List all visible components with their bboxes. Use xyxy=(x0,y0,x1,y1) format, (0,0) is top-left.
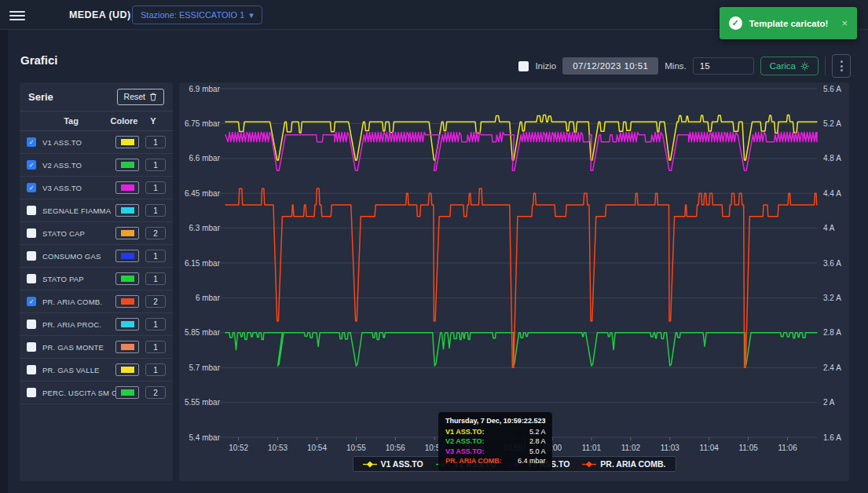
svg-text:1.6 A: 1.6 A xyxy=(823,433,841,442)
toast-message: Template caricato! xyxy=(749,19,829,28)
svg-text:6.9 mbar: 6.9 mbar xyxy=(189,85,221,93)
chart-controls: Inizio 07/12/2023 10:51 Mins. Carica xyxy=(518,54,851,78)
carica-button[interactable]: Carica xyxy=(760,57,819,75)
series-checkbox[interactable] xyxy=(27,320,36,329)
series-y-axis-value[interactable]: 2 xyxy=(145,227,166,239)
series-row: CONSUMO GAS1 xyxy=(20,245,173,268)
series-y-axis-value[interactable]: 1 xyxy=(145,250,166,262)
svg-text:10:52: 10:52 xyxy=(229,444,248,452)
series-color-swatch[interactable] xyxy=(115,159,139,171)
trash-icon xyxy=(149,93,157,101)
series-table-body: ✓V1 ASS.TO1✓V2 ASS.TO1✓V3 ASS.TO1SEGNALE… xyxy=(20,131,173,404)
svg-text:4.4 A: 4.4 A xyxy=(823,189,841,198)
column-y: Y xyxy=(141,116,166,126)
svg-text:6.15 mbar: 6.15 mbar xyxy=(185,259,221,268)
series-y-axis-value[interactable]: 2 xyxy=(145,386,166,399)
series-y-axis-value[interactable]: 1 xyxy=(145,159,166,171)
svg-text:11:01: 11:01 xyxy=(582,444,602,452)
series-row: ✓V2 ASS.TO1 xyxy=(20,154,173,177)
series-tag-label: STATO CAP xyxy=(42,229,115,238)
inizio-checkbox[interactable] xyxy=(518,61,529,71)
series-checkbox[interactable] xyxy=(27,228,36,238)
legend-item[interactable]: V1 ASS.TO xyxy=(362,459,423,469)
datetime-input[interactable]: 07/12/2023 10:51 xyxy=(562,57,658,75)
series-color-swatch[interactable] xyxy=(115,341,139,353)
kebab-menu-button[interactable] xyxy=(832,54,851,78)
chart-tooltip: Thursday, 7 Dec, 10:59:22.523 V1 ASS.TO:… xyxy=(438,412,552,471)
series-row: ✓V3 ASS.TO1 xyxy=(20,177,173,199)
series-color-swatch[interactable] xyxy=(115,295,139,308)
series-checkbox[interactable]: ✓ xyxy=(27,297,36,306)
svg-text:5.4 mbar: 5.4 mbar xyxy=(189,433,221,442)
series-checkbox[interactable] xyxy=(27,365,36,374)
series-tag-label: V3 ASS.TO xyxy=(42,184,115,192)
series-color-swatch[interactable] xyxy=(115,386,139,399)
tooltip-row: V1 ASS.TO:5.2 A xyxy=(445,427,545,437)
reset-button-label: Reset xyxy=(124,92,145,101)
series-y-axis-value[interactable]: 1 xyxy=(145,363,166,376)
mins-input[interactable] xyxy=(693,57,754,75)
series-tag-label: PERC. USCITA SM GAS xyxy=(42,389,115,397)
series-checkbox[interactable]: ✓ xyxy=(27,160,36,170)
series-tag-label: PR. GAS VALLE xyxy=(42,366,115,374)
mins-label: Mins. xyxy=(665,61,686,71)
series-y-axis-value[interactable]: 1 xyxy=(145,136,166,148)
series-tag-label: V2 ASS.TO xyxy=(42,161,115,170)
series-tag-label: PR. ARIA COMB. xyxy=(42,298,115,306)
series-row: PR. GAS MONTE1 xyxy=(20,336,173,359)
series-color-swatch[interactable] xyxy=(115,272,139,285)
series-checkbox[interactable] xyxy=(27,274,36,283)
series-color-swatch[interactable] xyxy=(115,204,139,217)
series-tag-label: STATO PAP xyxy=(42,275,115,283)
svg-text:6.3 mbar: 6.3 mbar xyxy=(189,224,221,232)
series-checkbox[interactable]: ✓ xyxy=(27,137,36,147)
chevron-down-icon: ▾ xyxy=(249,10,254,20)
series-color-swatch[interactable] xyxy=(115,136,139,148)
series-checkbox[interactable] xyxy=(27,342,36,352)
series-color-swatch[interactable] xyxy=(115,181,139,194)
legend-marker-icon xyxy=(362,461,376,468)
series-checkbox[interactable]: ✓ xyxy=(27,183,36,192)
series-y-axis-value[interactable]: 2 xyxy=(145,295,166,308)
svg-text:6.45 mbar: 6.45 mbar xyxy=(185,189,221,198)
tooltip-row: PR. ARIA COMB:6.4 mbar xyxy=(445,456,545,466)
reset-button[interactable]: Reset xyxy=(117,89,164,105)
tooltip-row: V3 ASS.TO:5.0 A xyxy=(445,447,545,457)
series-y-axis-value[interactable]: 1 xyxy=(145,318,166,330)
series-panel-title: Serie xyxy=(28,91,53,103)
series-color-swatch[interactable] xyxy=(115,250,139,262)
series-panel: Serie Reset Tag Colore Y ✓V1 ASS.TO1✓V2 … xyxy=(20,82,173,481)
svg-text:5.55 mbar: 5.55 mbar xyxy=(185,398,221,407)
series-color-swatch[interactable] xyxy=(115,227,139,239)
series-row: ✓V1 ASS.TO1 xyxy=(20,131,173,154)
svg-text:2.4 A: 2.4 A xyxy=(823,363,841,372)
series-row: SEGNALE FIAMMA1 xyxy=(20,199,173,222)
series-checkbox[interactable] xyxy=(27,206,36,215)
svg-text:2 A: 2 A xyxy=(823,398,835,407)
series-line-4 xyxy=(225,188,817,367)
series-line-2 xyxy=(225,333,817,366)
svg-text:11:04: 11:04 xyxy=(700,444,720,452)
series-row: PR. GAS VALLE1 xyxy=(20,359,173,382)
series-checkbox[interactable] xyxy=(27,251,36,261)
series-color-swatch[interactable] xyxy=(115,363,139,376)
series-y-axis-value[interactable]: 1 xyxy=(145,181,166,194)
toast-close-icon[interactable]: × xyxy=(841,17,848,29)
legend-item[interactable]: PR. ARIA COMB. xyxy=(582,459,665,469)
svg-text:11:05: 11:05 xyxy=(738,444,758,452)
svg-text:10:53: 10:53 xyxy=(268,444,288,452)
series-row: STATO CAP2 xyxy=(20,222,173,245)
station-dropdown[interactable]: Stazione: ESSICCATOIO 1 ▾ xyxy=(132,5,262,24)
svg-text:4.8 A: 4.8 A xyxy=(823,154,841,163)
series-color-swatch[interactable] xyxy=(115,318,139,330)
series-checkbox[interactable] xyxy=(27,388,36,397)
page-title: Grafici xyxy=(20,53,58,67)
series-y-axis-value[interactable]: 1 xyxy=(145,341,166,353)
hamburger-menu-icon[interactable] xyxy=(9,9,25,23)
svg-text:5.6 A: 5.6 A xyxy=(823,85,841,93)
svg-text:11:02: 11:02 xyxy=(621,444,641,452)
series-panel-header: Serie Reset xyxy=(20,82,173,111)
series-y-axis-value[interactable]: 1 xyxy=(145,272,166,285)
series-y-axis-value[interactable]: 1 xyxy=(145,204,166,217)
svg-text:3.2 A: 3.2 A xyxy=(823,294,841,302)
